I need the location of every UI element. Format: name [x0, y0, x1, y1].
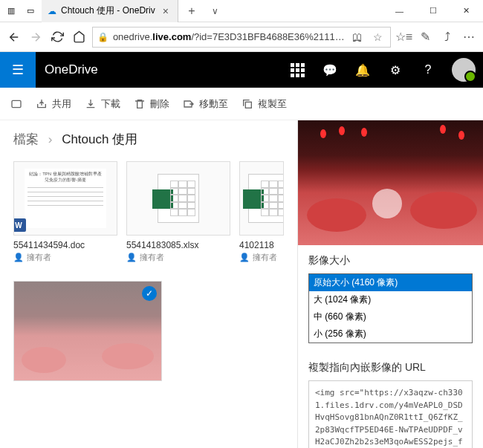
selected-photo[interactable]: ✓	[13, 281, 162, 381]
breadcrumb-separator-icon: ›	[48, 132, 53, 146]
reading-mode-icon[interactable]: 🕮	[349, 31, 366, 43]
embed-code-box[interactable]: <img src="https://x3aqzw-ch3301.files.1d…	[308, 380, 473, 448]
window-titlebar: ▥ ▭ ☁ Chtouch 使用 - OneDriv × + ∨ — ☐ ✕	[0, 0, 483, 22]
app-icon-2: ▭	[22, 3, 39, 19]
file-name: 55411434594.doc	[13, 240, 117, 250]
file-item[interactable]: 55414183085.xlsx 👤擁有者	[126, 161, 230, 263]
copy-button[interactable]: 複製至	[242, 97, 287, 111]
onedrive-header: ☰ OneDrive 💬 🔔 ⚙ ?	[0, 52, 483, 88]
tab-overflow-icon[interactable]: ∨	[205, 6, 226, 16]
owner-icon: 👤	[13, 253, 24, 262]
move-button[interactable]: 移動至	[183, 97, 228, 111]
settings-icon[interactable]: ⚙	[379, 52, 412, 88]
more-icon[interactable]: ⋯	[460, 27, 477, 48]
file-item[interactable]: 結論：TPN 發展與精胺酸增補對早產兒免疫力的影響-摘要W 5541143459…	[13, 161, 117, 263]
word-badge-icon: W	[13, 218, 26, 232]
delete-button[interactable]: 刪除	[134, 97, 169, 111]
size-option[interactable]: 大 (1024 像素)	[309, 291, 472, 308]
owner-icon: 👤	[126, 253, 137, 262]
window-close-button[interactable]: ✕	[450, 0, 483, 22]
file-meta: 👤擁有者	[13, 252, 117, 263]
file-name: 55414183085.xlsx	[126, 240, 230, 250]
file-item[interactable]: 4102118 👤擁有者	[239, 161, 284, 263]
file-name: 4102118	[239, 240, 284, 250]
size-option[interactable]: 小 (256 像素)	[309, 325, 472, 343]
image-size-label: 影像大小	[308, 254, 473, 267]
help-icon[interactable]: ?	[412, 52, 444, 88]
address-bar[interactable]: 🔒 onedrive.live.com/?id=7E3D31BFB4688E36…	[92, 27, 391, 48]
size-option[interactable]: 原始大小 (4160 像素)	[309, 274, 472, 291]
tab-close-icon[interactable]: ×	[160, 5, 172, 17]
breadcrumb-current: Chtouch 使用	[62, 132, 137, 146]
brand-label: OneDrive	[36, 62, 98, 77]
share-button[interactable]: 共用	[36, 97, 71, 111]
onedrive-favicon: ☁	[48, 6, 56, 16]
back-button[interactable]	[6, 27, 23, 48]
app-icon-1: ▥	[3, 3, 19, 19]
file-meta: 👤擁有者	[239, 252, 284, 263]
chat-icon[interactable]: 💬	[314, 52, 346, 88]
window-minimize-button[interactable]: —	[383, 0, 416, 22]
forward-button[interactable]	[27, 27, 45, 48]
notifications-icon[interactable]: 🔔	[346, 52, 379, 88]
window-maximize-button[interactable]: ☐	[416, 0, 450, 22]
download-button[interactable]: 下載	[85, 97, 120, 111]
browser-tab[interactable]: ☁ Chtouch 使用 - OneDriv ×	[42, 0, 178, 22]
size-select[interactable]: 原始大小 (4160 像素) 大 (1024 像素) 中 (660 像素) 小 …	[308, 273, 473, 343]
account-avatar[interactable]	[452, 58, 476, 82]
app-launcher-icon[interactable]	[281, 52, 314, 88]
favorites-hub-icon[interactable]: ☆≡	[395, 27, 412, 48]
svg-rect-1	[245, 102, 251, 108]
selected-check-icon[interactable]: ✓	[142, 286, 157, 301]
browser-toolbar: 🔒 onedrive.live.com/?id=7E3D31BFB4688E36…	[0, 22, 483, 52]
file-meta: 👤擁有者	[126, 252, 230, 263]
refresh-button[interactable]	[49, 27, 66, 48]
home-button[interactable]	[71, 27, 88, 48]
open-button[interactable]	[10, 98, 22, 110]
notes-icon[interactable]: ✎	[417, 27, 434, 48]
breadcrumb-root[interactable]: 檔案	[13, 132, 39, 146]
tab-title: Chtouch 使用 - OneDriv	[61, 4, 155, 17]
owner-icon: 👤	[239, 253, 250, 262]
svg-rect-0	[12, 100, 21, 107]
lock-icon: 🔒	[97, 32, 108, 42]
favorite-icon[interactable]: ☆	[370, 31, 386, 43]
embed-url-label: 複製指向內嵌影像的 URL	[308, 361, 473, 374]
command-bar: 共用 下載 刪除 移動至 複製至	[0, 88, 483, 120]
url-text: onedrive.live.com/?id=7E3D31BFB4688E36%2…	[113, 31, 345, 42]
menu-button[interactable]: ☰	[0, 52, 36, 88]
new-tab-button[interactable]: +	[181, 4, 202, 18]
breadcrumb: 檔案 › Chtouch 使用	[13, 131, 284, 148]
share-icon[interactable]: ⤴	[438, 27, 456, 48]
preview-image	[298, 120, 483, 245]
details-panel: 影像大小 原始大小 (4160 像素) 大 (1024 像素) 中 (660 像…	[297, 120, 483, 448]
size-option[interactable]: 中 (660 像素)	[309, 308, 472, 325]
file-pane: 檔案 › Chtouch 使用 結論：TPN 發展與精胺酸增補對早產兒免疫力的影…	[0, 120, 297, 448]
